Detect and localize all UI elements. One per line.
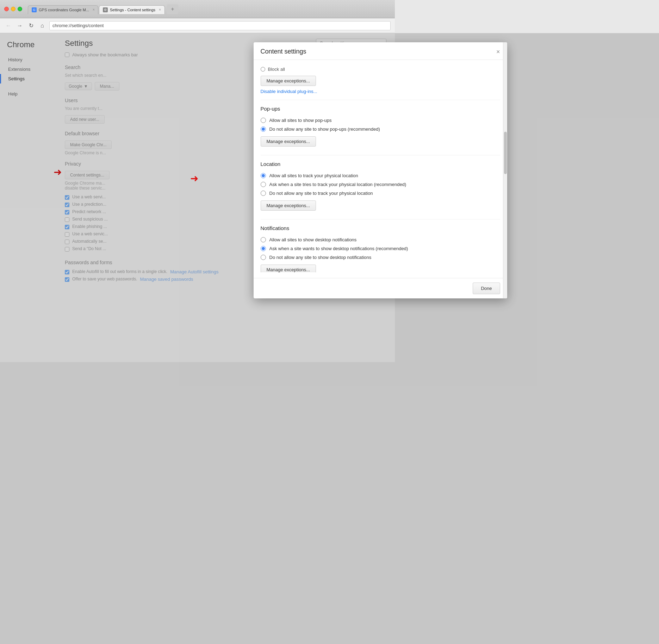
location-option2-row: Ask when a site tries to track your phys… (261, 180, 395, 189)
notifications-ask-radio[interactable] (261, 246, 266, 251)
modal-header: Content settings × (254, 42, 395, 60)
notifications-option1-label: Allow all sites to show desktop notifica… (269, 237, 357, 242)
location-title: Location (261, 161, 395, 167)
disable-plugins-link[interactable]: Disable individual plug-ins... (261, 89, 317, 94)
block-all-row: Block all (261, 66, 395, 73)
home-button[interactable]: ⌂ (38, 21, 46, 30)
notifications-manage-row: Manage exceptions... (261, 262, 395, 272)
tab-close-gps[interactable]: × (93, 8, 95, 12)
notifications-allow-radio[interactable] (261, 237, 266, 242)
notifications-option2-row: Ask when a site wants to show desktop no… (261, 244, 395, 253)
popups-manage-exceptions-btn[interactable]: Manage exceptions... (261, 136, 316, 147)
tab-close-settings[interactable]: × (159, 8, 161, 12)
traffic-lights (4, 7, 22, 11)
modal-footer: Done (254, 278, 395, 298)
location-option1-row: Allow all sites to track your physical l… (261, 171, 395, 180)
block-all-label: Block all (268, 67, 285, 72)
notifications-option2-label: Ask when a site wants to show desktop no… (269, 246, 395, 251)
forward-button[interactable]: → (15, 21, 24, 30)
notifications-option3-label: Do not allow any site to show desktop no… (269, 255, 372, 260)
navbar: ← → ↻ ⌂ chrome://settings/content (0, 18, 395, 33)
popups-allow-radio[interactable] (261, 118, 266, 123)
location-section: Location Allow all sites to track your p… (261, 155, 395, 219)
notifications-option3-row: Do not allow any site to show desktop no… (261, 253, 395, 262)
popups-option1-label: Allow all sites to show pop-ups (269, 118, 332, 123)
tab-favicon-settings: ⚙ (103, 7, 108, 12)
notifications-title: Notifications (261, 225, 395, 231)
tab-label-gps: GPS coordinates Google M... (39, 8, 89, 12)
plugins-section: Block all Manage exceptions... Disable i… (261, 60, 395, 100)
close-traffic-light[interactable] (4, 7, 9, 11)
block-all-radio[interactable] (261, 67, 265, 72)
content-settings-modal: Content settings × Block all Manage exce… (254, 42, 395, 298)
modal-title: Content settings (261, 48, 306, 55)
new-tab-button[interactable]: + (167, 4, 178, 14)
notifications-option1-row: Allow all sites to show desktop notifica… (261, 235, 395, 244)
notifications-manage-exceptions-btn[interactable]: Manage exceptions... (261, 265, 316, 272)
tab-settings[interactable]: ⚙ Settings - Content settings × (99, 5, 165, 14)
reload-button[interactable]: ↻ (27, 21, 35, 30)
maximize-traffic-light[interactable] (18, 7, 22, 11)
browser-titlebar: G GPS coordinates Google M... × ⚙ Settin… (0, 0, 395, 18)
popups-option2-label: Do not allow any site to show pop-ups (r… (269, 126, 380, 132)
popups-deny-radio[interactable] (261, 126, 266, 132)
minimize-traffic-light[interactable] (11, 7, 15, 11)
location-option2-label: Ask when a site tries to track your phys… (269, 182, 395, 187)
tab-label-settings: Settings - Content settings (110, 8, 155, 12)
popups-section: Pop-ups Allow all sites to show pop-ups … (261, 100, 395, 155)
plugins-manage-exceptions-btn[interactable]: Manage exceptions... (261, 76, 316, 86)
location-deny-radio[interactable] (261, 191, 266, 196)
modal-body: Block all Manage exceptions... Disable i… (254, 60, 395, 278)
tabs-row: G GPS coordinates Google M... × ⚙ Settin… (28, 4, 391, 14)
tab-favicon-gps: G (32, 7, 37, 12)
address-bar[interactable]: chrome://settings/content (49, 21, 391, 30)
red-arrow-right: ➜ (190, 173, 198, 184)
notifications-deny-radio[interactable] (261, 255, 266, 260)
address-text: chrome://settings/content (52, 23, 104, 28)
location-option3-row: Do not allow any site to track your phys… (261, 189, 395, 198)
back-button[interactable]: ← (4, 21, 13, 30)
location-option3-label: Do not allow any site to track your phys… (269, 191, 373, 196)
location-manage-exceptions-btn[interactable]: Manage exceptions... (261, 200, 316, 211)
location-ask-radio[interactable] (261, 182, 266, 187)
notifications-section: Notifications Allow all sites to show de… (261, 219, 395, 278)
location-option1-label: Allow all sites to track your physical l… (269, 173, 358, 178)
popups-option2-row: Do not allow any site to show pop-ups (r… (261, 125, 395, 134)
popups-title: Pop-ups (261, 106, 395, 112)
tab-gps[interactable]: G GPS coordinates Google M... × (28, 5, 98, 14)
popups-option1-row: Allow all sites to show pop-ups (261, 116, 395, 125)
location-allow-radio[interactable] (261, 173, 266, 178)
